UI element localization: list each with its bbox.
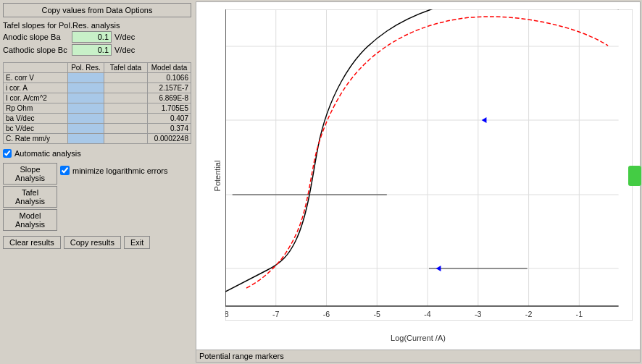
tafel-data-cell: [104, 73, 148, 83]
cathodic-slope-label: Cathodic slope Bc: [3, 46, 72, 54]
table-row: Rp Ohm 1.705E5: [4, 103, 191, 114]
svg-text:-4: -4: [424, 310, 430, 318]
minimize-row: minimize logarithmic errors: [60, 166, 167, 175]
tafel-data-cell: [104, 134, 148, 144]
pol-res-cell: [68, 103, 104, 114]
col-header-pol-res: Pol. Res.: [68, 63, 104, 73]
row-label: i cor. A: [4, 83, 68, 93]
pol-res-cell: [68, 134, 104, 144]
tafel-section: Tafel slopes for Pol.Res. analysis Anodi…: [3, 21, 191, 57]
table-row: E. corr V 0.1066: [4, 73, 191, 83]
x-axis-label: Log(Current /A): [391, 334, 446, 342]
svg-text:-2: -2: [525, 310, 532, 318]
table-row: i cor. A 2.157E-7: [4, 83, 191, 93]
svg-text:-5: -5: [374, 310, 380, 318]
svg-text:-8: -8: [225, 310, 229, 318]
chart-svg: 1.0 0.5 0.0 -0.5 -8 -7 -6 -5 -4 -3 -2 -1: [225, 9, 633, 321]
cathodic-slope-input[interactable]: [72, 44, 112, 56]
cathodic-unit: V/dec: [114, 46, 135, 54]
analysis-buttons: Slope Analysis Tafel Analysis Model Anal…: [3, 163, 57, 231]
anodic-slope-row: Anodic slope Ba V/dec: [3, 31, 191, 43]
table-row: ba V/dec 0.407: [4, 114, 191, 124]
svg-text:-1: -1: [576, 310, 583, 318]
svg-text:-3: -3: [475, 310, 481, 318]
pol-res-cell: [68, 83, 104, 93]
model-data-cell: 0.407: [148, 114, 191, 124]
svg-rect-0: [225, 9, 633, 321]
row-label: ba V/dec: [4, 114, 68, 124]
anodic-slope-label: Anodic slope Ba: [3, 33, 72, 41]
table-row: bc V/dec 0.374: [4, 124, 191, 134]
model-data-cell: 6.869E-8: [148, 93, 191, 103]
row-label: I cor. A/cm^2: [4, 93, 68, 103]
tafel-data-cell: [104, 103, 148, 114]
model-data-cell: 0.0002248: [148, 134, 191, 144]
anodic-slope-input[interactable]: [72, 31, 112, 43]
row-label: E. corr V: [4, 73, 68, 83]
y-axis-label: Potential: [213, 161, 222, 192]
auto-analysis-label: Automatic analysis: [14, 149, 81, 158]
svg-text:-7: -7: [272, 310, 279, 318]
auto-analysis-row: Automatic analysis: [3, 149, 191, 158]
row-label: Rp Ohm: [4, 103, 68, 114]
results-table: Pol. Res. Tafel data Model data E. corr …: [3, 62, 191, 144]
model-data-cell: 2.157E-7: [148, 83, 191, 93]
pol-res-cell: [68, 124, 104, 134]
table-row: I cor. A/cm^2 6.869E-8: [4, 93, 191, 103]
model-data-cell: 0.1066: [148, 73, 191, 83]
pol-res-cell: [68, 73, 104, 83]
bottom-buttons: Clear results Copy results Exit: [3, 236, 191, 249]
svg-text:-6: -6: [323, 310, 330, 318]
row-label: bc V/dec: [4, 124, 68, 134]
green-toggle-button[interactable]: [628, 166, 641, 186]
potential-markers-label: Potential range markers: [199, 352, 284, 360]
auto-analysis-checkbox[interactable]: [3, 149, 12, 158]
row-label: C. Rate mm/y: [4, 134, 68, 144]
table-row: C. Rate mm/y 0.0002248: [4, 134, 191, 144]
minimize-checkbox[interactable]: [60, 166, 70, 175]
clear-results-button[interactable]: Clear results: [3, 236, 61, 249]
potential-markers-bar: Potential range markers: [196, 350, 640, 362]
left-panel: Copy values from Data Options Tafel slop…: [0, 0, 194, 364]
copy-data-options-button[interactable]: Copy values from Data Options: [3, 3, 191, 17]
model-data-cell: 1.705E5: [148, 103, 191, 114]
pol-res-cell: [68, 114, 104, 124]
exit-button[interactable]: Exit: [124, 236, 150, 249]
anodic-unit: V/dec: [114, 33, 135, 41]
model-analysis-button[interactable]: Model Analysis: [3, 209, 57, 231]
col-header-model: Model data: [148, 63, 191, 73]
cathodic-slope-row: Cathodic slope Bc V/dec: [3, 44, 191, 56]
tafel-data-cell: [104, 93, 148, 103]
slope-analysis-button[interactable]: Slope Analysis: [3, 163, 57, 185]
minimize-label: minimize logarithmic errors: [72, 166, 167, 175]
tafel-analysis-button[interactable]: Tafel Analysis: [3, 186, 57, 208]
col-header-label: [4, 63, 68, 73]
chart-area: Potential: [196, 2, 640, 350]
tafel-data-cell: [104, 114, 148, 124]
model-data-cell: 0.374: [148, 124, 191, 134]
copy-results-button[interactable]: Copy results: [64, 236, 121, 249]
pol-res-cell: [68, 93, 104, 103]
tafel-data-cell: [104, 83, 148, 93]
tafel-title: Tafel slopes for Pol.Res. analysis: [3, 21, 191, 30]
right-panel: Potential: [196, 1, 641, 363]
col-header-tafel: Tafel data: [104, 63, 148, 73]
tafel-data-cell: [104, 124, 148, 134]
